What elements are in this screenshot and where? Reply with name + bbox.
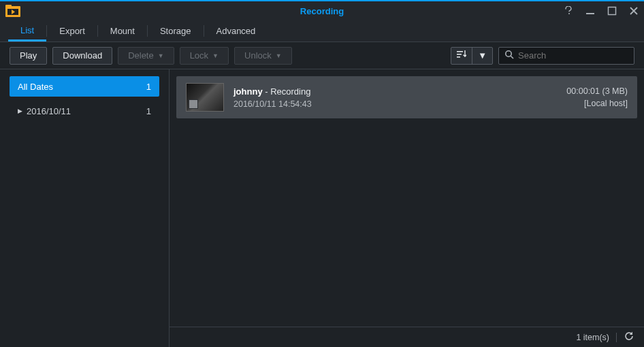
sort-icon — [457, 50, 466, 61]
recording-item[interactable]: johnny - Recording 2016/10/11 14:54:43 0… — [176, 76, 637, 118]
maximize-icon[interactable] — [606, 5, 618, 17]
close-icon[interactable] — [628, 5, 640, 17]
download-button[interactable]: Download — [52, 47, 112, 65]
search-input[interactable] — [518, 50, 628, 61]
chevron-down-icon: ▼ — [158, 52, 164, 59]
svg-line-11 — [511, 56, 513, 59]
status-divider — [616, 333, 617, 342]
tab-advanced[interactable]: Advanced — [204, 20, 268, 42]
tab-list[interactable]: List — [8, 20, 46, 42]
sidebar-item-count: 1 — [146, 106, 151, 116]
tab-storage[interactable]: Storage — [148, 20, 204, 42]
list-area: johnny - Recording 2016/10/11 14:54:43 0… — [170, 69, 644, 327]
chevron-down-icon: ▼ — [478, 50, 487, 61]
chevron-down-icon: ▼ — [276, 52, 282, 59]
sidebar-item-all-dates[interactable]: All Dates 1 — [10, 76, 159, 97]
tab-export[interactable]: Export — [47, 20, 97, 42]
recording-name: johnny — [234, 86, 263, 97]
svg-rect-1 — [5, 5, 12, 7]
refresh-icon[interactable] — [624, 331, 634, 344]
window-controls — [562, 1, 640, 20]
svg-rect-9 — [457, 56, 460, 58]
sidebar-item-date[interactable]: ▶ 2016/10/11 1 — [10, 101, 159, 121]
delete-button[interactable]: Delete ▼ — [118, 47, 174, 65]
lock-button[interactable]: Lock ▼ — [180, 47, 229, 65]
tab-bar: List Export Mount Storage Advanced — [0, 20, 644, 42]
svg-point-10 — [506, 51, 511, 56]
tab-mount[interactable]: Mount — [98, 20, 147, 42]
sidebar: All Dates 1 ▶ 2016/10/11 1 — [0, 69, 169, 347]
recording-suffix: - Recording — [263, 86, 311, 97]
lock-label: Lock — [190, 50, 208, 61]
status-item-count: 1 item(s) — [576, 333, 609, 342]
app-icon — [4, 3, 22, 18]
search-box[interactable] — [498, 47, 634, 65]
sidebar-item-label: 2016/10/11 — [27, 106, 71, 116]
svg-rect-7 — [457, 51, 463, 52]
svg-rect-6 — [609, 7, 616, 15]
sort-button[interactable]: ▼ — [451, 47, 493, 65]
recording-host: [Local host] — [566, 99, 628, 108]
sidebar-item-count: 1 — [146, 82, 151, 92]
recording-timestamp: 2016/10/11 14:54:43 — [234, 99, 557, 109]
svg-rect-5 — [586, 13, 594, 14]
recording-info: johnny - Recording 2016/10/11 14:54:43 — [234, 86, 557, 109]
chevron-down-icon: ▼ — [212, 52, 219, 59]
search-icon — [504, 50, 514, 61]
status-bar: 1 item(s) — [170, 327, 644, 347]
play-button[interactable]: Play — [10, 47, 47, 65]
recording-meta: 00:00:01 (3 MB) [Local host] — [566, 86, 628, 108]
toolbar: Play Download Delete ▼ Lock ▼ Unlock ▼ ▼ — [0, 42, 644, 69]
svg-point-4 — [568, 13, 570, 14]
thumbnail — [186, 83, 224, 112]
sidebar-item-label: All Dates — [18, 82, 53, 92]
minimize-icon[interactable] — [584, 5, 596, 17]
content: johnny - Recording 2016/10/11 14:54:43 0… — [169, 69, 644, 347]
help-icon[interactable] — [562, 5, 575, 17]
window-title: Recording — [0, 6, 644, 16]
svg-rect-8 — [457, 54, 462, 55]
recording-duration-size: 00:00:01 (3 MB) — [566, 86, 628, 96]
unlock-label: Unlock — [244, 50, 272, 61]
titlebar: Recording — [0, 1, 644, 20]
unlock-button[interactable]: Unlock ▼ — [234, 47, 292, 65]
delete-label: Delete — [128, 50, 154, 61]
expand-icon: ▶ — [18, 108, 22, 114]
